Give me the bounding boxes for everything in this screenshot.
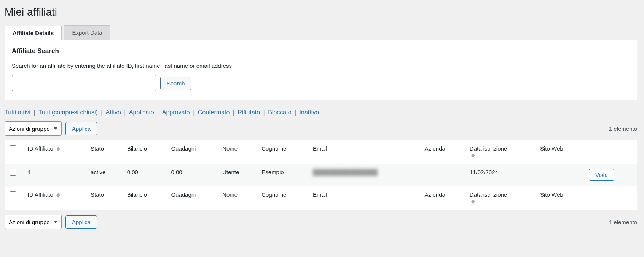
filter-applied[interactable]: Applicato <box>129 109 154 116</box>
col-header-joindate[interactable]: Data iscrizione <box>465 140 536 164</box>
col-header-balance: Bilancio <box>123 140 167 164</box>
col-footer-email: Email <box>308 186 420 210</box>
filter-rejected[interactable]: Rifiutato <box>238 109 260 116</box>
col-footer-website: Sito Web <box>536 186 584 210</box>
sort-icon <box>56 147 60 151</box>
affiliate-search-box: Affiliate Search Search for an affiliate… <box>5 40 637 100</box>
filter-approved[interactable]: Approvato <box>162 109 190 116</box>
cell-website <box>536 164 584 186</box>
col-header-firstname: Nome <box>218 140 257 164</box>
col-footer-lastname: Cognome <box>257 186 308 210</box>
view-button[interactable]: Vista <box>589 169 614 181</box>
col-footer-company: Azienda <box>420 186 465 210</box>
bulk-actions-select-top[interactable]: Azioni di gruppo <box>5 121 62 136</box>
search-heading: Affiliate Search <box>12 47 630 55</box>
col-header-state: Stato <box>86 140 123 164</box>
filter-all-including-closed[interactable]: Tutti (compresi chiusi) <box>38 109 98 116</box>
affiliate-search-input[interactable] <box>12 75 156 91</box>
page-title: Miei affiliati <box>5 6 637 18</box>
col-footer-state: Stato <box>86 186 123 210</box>
col-header-id[interactable]: ID Affiliato <box>23 140 86 164</box>
cell-email: ████████████████ <box>308 164 420 186</box>
filter-blocked[interactable]: Bloccato <box>268 109 291 116</box>
select-all-checkbox-top[interactable] <box>10 145 16 152</box>
search-hint: Search for an affiliate by entering the … <box>12 63 630 69</box>
items-count-bottom: 1 elemento <box>609 219 637 225</box>
col-footer-joindate[interactable]: Data iscrizione <box>465 186 536 210</box>
status-filters: Tutti attivi | Tutti (compresi chiusi) |… <box>5 109 637 116</box>
search-button[interactable]: Search <box>160 77 191 90</box>
tab-export-data[interactable]: Export Data <box>64 25 110 40</box>
cell-id: 1 <box>23 164 86 186</box>
table-row: 1 active 0.00 0.00 Utente Esempio ██████… <box>5 164 637 186</box>
sort-icon <box>56 193 60 198</box>
filter-confirmed[interactable]: Confermato <box>198 109 230 116</box>
tabs-bar: Affiliate Details Export Data <box>5 25 637 40</box>
cell-earnings: 0.00 <box>166 164 218 186</box>
cell-state: active <box>86 164 123 186</box>
sort-icon <box>471 153 475 158</box>
items-count-top: 1 elemento <box>609 125 637 132</box>
filter-active[interactable]: Attivo <box>106 109 121 116</box>
col-header-company: Azienda <box>420 140 465 164</box>
col-footer-earnings: Guadagni <box>166 186 218 210</box>
row-checkbox[interactable] <box>10 169 16 176</box>
col-header-earnings: Guadagni <box>166 140 218 164</box>
cell-company <box>420 164 465 186</box>
col-footer-balance: Bilancio <box>123 186 167 210</box>
cell-firstname: Utente <box>218 164 257 186</box>
col-header-website: Sito Web <box>536 140 584 164</box>
filter-inactive[interactable]: Inattivo <box>300 109 319 116</box>
bulk-apply-button-top[interactable]: Applica <box>65 122 97 135</box>
col-footer-firstname: Nome <box>218 186 257 210</box>
cell-balance: 0.00 <box>123 164 167 186</box>
filter-all-active[interactable]: Tutti attivi <box>5 109 30 116</box>
sort-icon <box>471 199 475 204</box>
cell-lastname: Esempio <box>257 164 308 186</box>
select-all-checkbox-bottom[interactable] <box>10 191 16 198</box>
tab-affiliate-details[interactable]: Affiliate Details <box>5 26 62 40</box>
col-header-lastname: Cognome <box>257 140 308 164</box>
affiliates-table: ID Affiliato Stato Bilancio Guadagni Nom… <box>5 140 637 210</box>
col-footer-id[interactable]: ID Affiliato <box>23 186 86 210</box>
cell-joindate: 11/02/2024 <box>465 164 536 186</box>
bulk-actions-select-bottom[interactable]: Azioni di gruppo <box>5 215 62 229</box>
bulk-apply-button-bottom[interactable]: Applica <box>65 215 97 229</box>
col-header-email: Email <box>308 140 420 164</box>
